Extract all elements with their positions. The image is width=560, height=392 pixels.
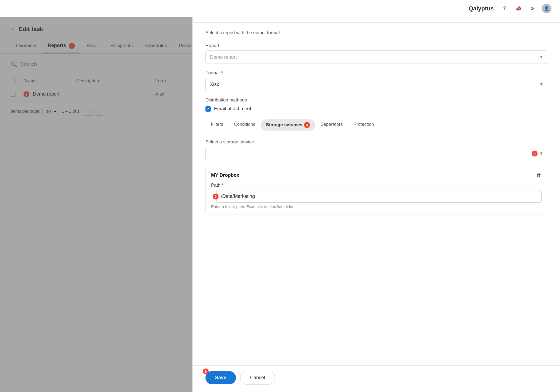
- email-attachment-checkbox[interactable]: [205, 106, 211, 112]
- tab-filters[interactable]: Filters: [205, 118, 228, 132]
- path-field-label: Path *: [211, 183, 542, 188]
- distribution-methods-group: Distribution methods Email attachment: [205, 97, 547, 112]
- modal-body: Select a report with the output format. …: [193, 23, 560, 365]
- background-overlay: [0, 17, 192, 392]
- save-badge: 6: [203, 369, 209, 374]
- tab-storage-services[interactable]: Storage services 3: [261, 119, 315, 131]
- inner-tab-bar: Filters Conditions Storage services 3 Se…: [205, 118, 547, 132]
- path-hint: Enter a folder path. Example: /folder/Su…: [211, 204, 542, 209]
- distribution-label: Distribution methods: [205, 97, 547, 103]
- email-attachment-label: Email attachment: [214, 106, 251, 112]
- format-select-wrap: Xlsx Pdf Csv ▼: [205, 78, 547, 91]
- avatar[interactable]: 👤: [542, 4, 551, 13]
- email-attachment-row: Email attachment: [205, 106, 547, 112]
- format-label: Format *: [205, 70, 547, 76]
- tab-protection[interactable]: Protection: [348, 118, 379, 132]
- storage-tab-wrap: Storage services 3: [266, 122, 310, 128]
- storage-service-select[interactable]: [205, 147, 547, 160]
- modal-footer: 6 Save Cancel: [193, 365, 560, 392]
- storage-select-group: Select a storage service ▼ 4: [205, 139, 547, 160]
- report-label: Report: [205, 43, 547, 48]
- tab-conditions[interactable]: Conditions: [228, 118, 260, 132]
- help-icon[interactable]: ?: [500, 4, 509, 13]
- save-button-wrap: 6 Save: [205, 371, 236, 384]
- tab-separators[interactable]: Separators: [315, 118, 348, 132]
- modal-subtitle: Select a report with the output format.: [205, 30, 547, 36]
- format-select[interactable]: Xlsx Pdf Csv: [205, 78, 547, 91]
- report-select-wrap: Demo report ▼: [205, 50, 547, 64]
- storage-select-wrap: ▼ 4: [205, 147, 547, 160]
- save-button[interactable]: Save: [205, 371, 236, 384]
- top-navigation: Qalyptus ? 📣 ⚙ 👤: [0, 0, 560, 17]
- dropbox-item-header: MY Dropbox 🗑: [211, 172, 542, 178]
- settings-icon[interactable]: ⚙: [528, 4, 536, 13]
- notification-icon[interactable]: 📣: [514, 4, 523, 13]
- cancel-button[interactable]: Cancel: [240, 371, 275, 385]
- path-input-wrap: 5: [216, 190, 542, 203]
- storage-select-label: Select a storage service: [205, 139, 547, 145]
- edit-report-panel: Edit report × Select a report with the o…: [192, 0, 560, 392]
- delete-dropbox-button[interactable]: 🗑: [536, 172, 542, 178]
- format-field-group: Format * Xlsx Pdf Csv ▼: [205, 70, 547, 91]
- report-field-group: Report Demo report ▼: [205, 43, 547, 64]
- dropbox-name: MY Dropbox: [211, 173, 239, 178]
- dropbox-storage-item: MY Dropbox 🗑 Path * 5 Enter a folder pat…: [205, 167, 547, 214]
- storage-tab-badge: 3: [304, 122, 310, 128]
- path-badge: 5: [213, 194, 219, 199]
- report-select[interactable]: Demo report: [205, 50, 547, 64]
- nav-icons: ? 📣 ⚙ 👤: [500, 4, 551, 13]
- brand-name: Qalyptus: [469, 5, 494, 12]
- path-input[interactable]: [216, 190, 542, 203]
- storage-select-badge: 4: [532, 151, 538, 156]
